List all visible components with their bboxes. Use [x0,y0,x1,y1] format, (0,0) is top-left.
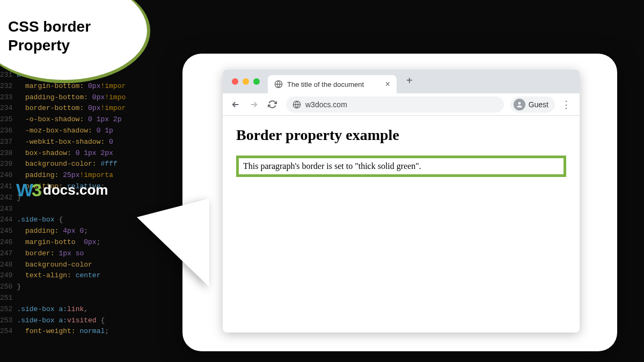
user-icon [514,99,525,110]
window-controls [232,78,260,85]
back-button[interactable] [228,97,243,112]
title-line-2: Property [8,37,70,54]
address-bar[interactable]: w3docs.com [286,97,504,113]
title-line-1: CSS border [8,18,91,35]
tab-close-icon[interactable]: × [385,79,390,89]
close-icon[interactable] [232,78,238,85]
speech-tail [137,198,209,287]
minimize-icon[interactable] [243,78,249,85]
page-heading: Border property example [236,127,566,144]
menu-button[interactable]: ⋮ [558,99,574,110]
logo-text: docs.com [43,182,108,198]
reload-button[interactable] [265,97,280,112]
guest-label: Guest [529,100,548,109]
tab-title: The title of the document [287,80,381,88]
rendered-page: Border property example This paragraph's… [223,116,580,188]
svg-point-2 [518,102,521,105]
browser-toolbar: w3docs.com Guest ⋮ [223,93,580,116]
browser-window: The title of the document × + w3docs.com [223,70,580,333]
forward-button[interactable] [246,97,261,112]
browser-tab-strip: The title of the document × + [223,70,580,93]
browser-card: The title of the document × + w3docs.com [182,54,617,351]
globe-icon [292,100,301,109]
logo-w: W [16,180,33,201]
globe-icon [274,80,283,88]
w3docs-logo: W 3 docs.com [16,180,108,201]
new-tab-icon[interactable]: + [406,75,413,89]
profile-button[interactable]: Guest [510,97,555,113]
maximize-icon[interactable] [253,78,260,85]
demo-paragraph: This paragraph's border is set to "thick… [236,156,566,177]
browser-tab[interactable]: The title of the document × [268,75,397,93]
logo-3: 3 [32,180,42,201]
url-text: w3docs.com [305,100,347,109]
slide-title: CSS border Property [8,17,91,55]
